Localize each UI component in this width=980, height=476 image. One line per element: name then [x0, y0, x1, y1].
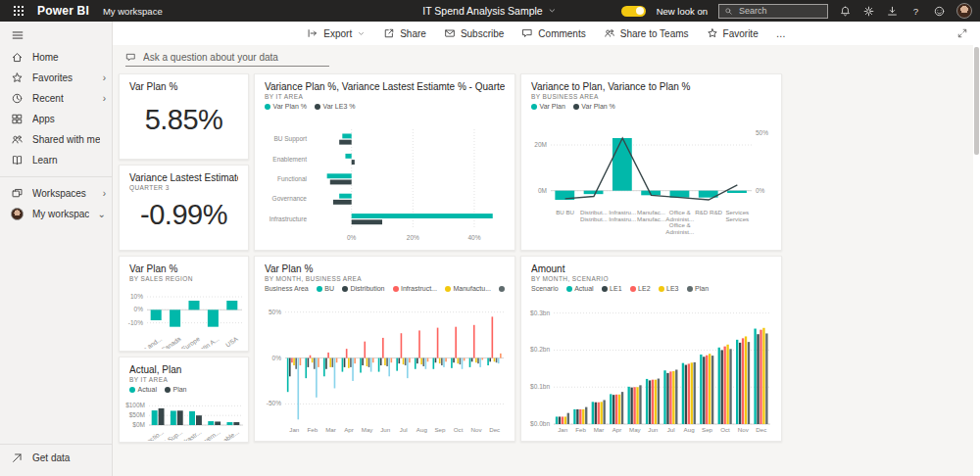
subscribe-button[interactable]: Subscribe	[444, 27, 504, 39]
get-data-button[interactable]: Get data	[0, 448, 112, 468]
get-data-label: Get data	[32, 452, 70, 463]
teams-icon	[604, 27, 615, 39]
svg-text:50%: 50%	[269, 309, 281, 315]
sidebar-item-home[interactable]: Home	[0, 47, 112, 68]
kpi-value: 5.85%	[129, 92, 238, 154]
report-title: IT Spend Analysis Sample	[422, 5, 542, 17]
chart-legend: ActualPlan	[129, 386, 238, 393]
sidebar-item-favorites[interactable]: Favorites›	[0, 68, 112, 88]
sidebar-item-learn[interactable]: Learn	[0, 150, 112, 170]
fullscreen-icon[interactable]	[956, 27, 968, 39]
legend-dot	[659, 286, 664, 292]
sidebar-item-shared-with-me[interactable]: Shared with me	[0, 129, 112, 150]
home-icon	[11, 51, 24, 64]
svg-text:40%: 40%	[467, 234, 480, 241]
qna-input[interactable]	[141, 51, 329, 64]
sidebar-item-my-workspace[interactable]: My workspace⌄	[0, 204, 112, 224]
svg-text:Infrastructure: Infrastructure	[270, 215, 308, 222]
qna-bar[interactable]	[125, 51, 329, 67]
topbar-workspace-label[interactable]: My workspace	[103, 6, 163, 17]
report-title-dropdown[interactable]: IT Spend Analysis Sample	[422, 5, 557, 17]
share-to-teams-button[interactable]: Share to Teams	[604, 27, 689, 39]
favorite-button[interactable]: Favorite	[707, 27, 759, 39]
legend-item: Actual	[566, 285, 594, 292]
new-look-label: New look on	[657, 6, 708, 17]
tile-var-plan-by-month-business-area[interactable]: Var Plan % BY MONTH, BUSINESS AREA Busin…	[254, 256, 515, 442]
svg-text:Feb: Feb	[575, 426, 586, 433]
scrollbar[interactable]	[973, 45, 980, 476]
tile-amount-by-month-scenario[interactable]: Amount BY MONTH, SCENARIO ScenarioActual…	[520, 256, 782, 442]
scrollbar-thumb[interactable]	[974, 47, 979, 155]
toolbar-item-label: Comments	[538, 28, 585, 39]
sidebar-item-workspaces[interactable]: Workspaces›	[0, 183, 112, 204]
avatar-icon	[11, 208, 24, 220]
export-button[interactable]: Export	[307, 27, 366, 39]
legend-item: Var Plan %	[573, 103, 615, 110]
sidebar-nav: HomeFavorites›Recent›AppsShared with meL…	[0, 47, 112, 224]
powerbi-logo[interactable]: Power BI	[37, 4, 89, 18]
share-button[interactable]: Share	[383, 27, 426, 39]
legend-item: LE3	[659, 285, 679, 292]
svg-text:$50M: $50M	[129, 411, 145, 418]
legend-dot	[499, 286, 505, 292]
svg-text:50%: 50%	[756, 129, 768, 136]
app-launcher-icon[interactable]	[8, 0, 29, 22]
svg-text:Dec: Dec	[756, 426, 766, 433]
svg-text:-10%: -10%	[128, 319, 143, 326]
favorite-icon	[707, 27, 718, 39]
feedback-icon[interactable]	[933, 5, 946, 18]
sidebar-item-apps[interactable]: Apps	[0, 109, 112, 129]
combo-chart: 0M20MBU BUDistribut...Distribut...Infras…	[525, 125, 777, 248]
svg-text:Sep: Sep	[434, 426, 446, 433]
tile-title: Actual, Plan	[129, 364, 238, 375]
tile-variance-by-it-area[interactable]: Variance Plan %, Variance Lastest Estiam…	[254, 73, 515, 251]
legend-item: LE1	[602, 285, 622, 292]
sidebar-item-recent[interactable]: Recent›	[0, 88, 112, 109]
toolbar-item-label: Favorite	[723, 28, 759, 39]
svg-text:Enablement: Enablement	[272, 156, 307, 163]
toolbar-item-label: Subscribe	[461, 28, 504, 39]
svg-text:BU BU: BU BU	[556, 209, 574, 215]
legend-item: Infrastruct...	[393, 285, 437, 292]
svg-text:-50%: -50%	[267, 400, 281, 406]
download-icon[interactable]	[886, 5, 899, 18]
legend-dot	[573, 104, 579, 110]
tile-var-plan-by-sales-region[interactable]: Var Plan % BY SALES REGION 10%0%-10%Aus …	[119, 256, 249, 352]
svg-text:Sep: Sep	[702, 426, 713, 433]
legend-dot	[531, 104, 537, 110]
comments-button[interactable]: Comments	[521, 27, 585, 39]
legend-dot	[315, 104, 320, 110]
get-data-icon	[11, 452, 24, 464]
legend-dot	[445, 286, 451, 292]
notifications-icon[interactable]	[839, 5, 852, 18]
tile-var-plan-kpi[interactable]: Var Plan % 5.85%	[119, 73, 249, 160]
toolbar-item-label: …	[776, 28, 786, 39]
tile-actual-plan-by-it-area[interactable]: Actual, Plan BY IT AREA ActualPlan $100M…	[119, 357, 249, 443]
tile-subtitle: BY IT AREA	[265, 93, 505, 100]
legend-dot	[687, 286, 693, 292]
search-input[interactable]	[737, 5, 822, 17]
kpi-value: -0.99%	[129, 191, 238, 245]
help-icon[interactable]: ?	[909, 5, 922, 18]
legend-item: Var Plan	[531, 103, 565, 110]
hamburger-menu-icon[interactable]	[11, 28, 24, 42]
svg-text:Jan: Jan	[558, 426, 568, 433]
more-options-button[interactable]: …	[776, 28, 786, 39]
subscribe-icon	[444, 27, 456, 39]
divider	[0, 444, 112, 445]
sidebar-item-label: Recent	[32, 93, 64, 104]
tile-variance-latest-estimate-kpi[interactable]: Variance Lastest Estimate % QUARTER 3 -0…	[119, 165, 249, 251]
dashboard-canvas: Var Plan % 5.85% Variance Lastest Estima…	[113, 45, 980, 476]
tile-title: Var Plan %	[129, 263, 238, 274]
chart-legend: Var Plan %Var LE3 %	[265, 103, 505, 110]
svg-text:May: May	[362, 426, 374, 433]
svg-text:USA: USA	[224, 335, 240, 349]
topbar-search[interactable]	[718, 4, 828, 19]
tile-subtitle: BY IT AREA	[129, 376, 238, 383]
svg-text:Aus and...: Aus and...	[135, 335, 163, 349]
new-look-toggle[interactable]	[621, 6, 646, 17]
profile-avatar[interactable]	[956, 3, 972, 19]
tile-variance-to-plan-by-business-area[interactable]: Variance to Plan, Variance to Plan % BY …	[520, 73, 782, 251]
settings-icon[interactable]	[862, 5, 875, 18]
report-toolbar: ExportShareSubscribeCommentsShare to Tea…	[113, 22, 980, 45]
